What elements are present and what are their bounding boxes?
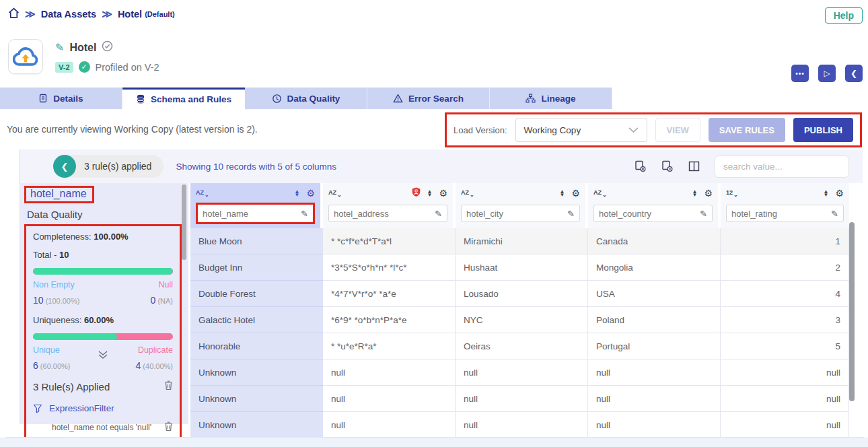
sort-icon[interactable]: ▲▼ [560,190,565,197]
table-cell[interactable]: 3 [721,307,849,333]
publish-button[interactable]: PUBLISH [793,118,853,142]
breadcrumb-separator-icon: ≫ [102,8,112,20]
column-name-input-hotel-rating[interactable]: hotel_rating ✎ [726,205,844,222]
table-cell[interactable]: *4*7*V*r*o* *a*e [323,281,456,307]
tab-error-search[interactable]: Error Search [367,88,490,109]
column-settings-icon[interactable]: ⚙ [306,188,315,199]
table-cell[interactable]: Oeiras [456,333,588,359]
table-cell[interactable]: 2 [721,254,849,281]
remove-record-icon[interactable] [661,160,674,172]
table-cell[interactable]: null [588,359,721,386]
edit-column-icon[interactable]: ✎ [700,209,707,219]
table-cell[interactable]: null [323,359,456,386]
edit-asset-icon[interactable]: ✎ [55,41,64,54]
column-name-input-hotel-country[interactable]: hotel_country ✎ [593,205,713,222]
edit-column-icon[interactable]: ✎ [435,209,442,219]
rule-item[interactable]: ExpressionFilter [33,403,173,413]
table-cell[interactable]: null [323,412,456,438]
tab-details[interactable]: Details [0,88,122,109]
table-cell[interactable]: Portugal [588,333,721,359]
table-cell[interactable]: 4 [721,281,849,307]
column-view-icon[interactable] [688,161,700,172]
table-cell[interactable]: NYC [456,307,588,333]
table-cell[interactable]: 1 [721,228,849,254]
status-check-icon [102,40,113,55]
load-version-select[interactable]: Working Copy [515,118,647,142]
tab-lineage[interactable]: Lineage [490,88,612,109]
table-cell[interactable]: null [721,386,849,412]
sort-icon[interactable]: ▲▼ [692,190,698,197]
panel-divider [19,183,20,424]
table-cell[interactable]: 5 [721,333,849,359]
collapse-panel-button[interactable]: ❮ [845,65,863,82]
table-cell[interactable]: Blue Moon [190,228,323,254]
run-profile-button[interactable]: ▷ [818,65,836,82]
more-actions-button[interactable]: ••• [791,65,809,82]
history-clock-icon [272,94,282,104]
table-cell[interactable]: * *u*e*R*a* [323,333,456,359]
table-cell[interactable]: null [588,386,721,412]
table-cell[interactable]: Galactic Hotel [190,307,323,333]
sort-icon[interactable]: ▲▼ [824,190,829,197]
tab-bar: Details Schema and Rules Data Quality Er… [0,88,868,109]
working-copy-notice: You are currently viewing Working Copy (… [7,124,258,135]
unique-count: 6 (60.00%) [33,360,71,371]
table-cell[interactable]: null [323,386,456,412]
search-value-input[interactable] [715,156,849,178]
table-cell[interactable]: Hushaat [456,254,588,281]
add-record-icon[interactable] [635,160,647,172]
column-settings-icon[interactable]: ⚙ [835,188,844,199]
delete-rule-icon[interactable] [164,421,173,434]
table-cell[interactable]: Honorable [190,333,323,359]
table-cell[interactable]: Budget Inn [190,254,323,281]
delete-all-rules-icon[interactable] [164,380,173,392]
breadcrumb-data-assets[interactable]: Data Assets [41,9,96,20]
sort-icon[interactable]: ▲▼ [427,190,433,197]
table-cell[interactable]: Miramichi [456,228,588,254]
table-cell[interactable]: Unknown [190,359,323,386]
column-settings-icon[interactable]: ⚙ [571,188,580,199]
view-button[interactable]: VIEW [655,118,700,142]
table-cell[interactable]: Mongolia [588,254,721,281]
table-cell[interactable]: null [456,412,588,438]
column-name-input-hotel-address[interactable]: hotel_address ✎ [328,205,447,222]
breadcrumb-asset[interactable]: Hotel [118,9,142,20]
column-name-input-hotel-city[interactable]: hotel_city ✎ [461,205,580,222]
column-name-input-hotel-name[interactable]: hotel_name ✎ [198,205,313,222]
tab-data-quality[interactable]: Data Quality [245,88,367,109]
table-scrollbar[interactable] [849,222,855,401]
collapse-rules-icon[interactable]: ❮ [53,155,76,178]
table-cell[interactable]: Unknown [190,412,323,438]
table-cell[interactable]: null [456,359,588,386]
home-icon[interactable] [8,7,20,21]
rules-applied-pill[interactable]: ❮ 3 rule(s) applied [53,155,164,178]
table-cell[interactable]: USA [588,281,721,307]
table-cell[interactable]: *3*5*S*o*h*n* *l*c* [323,254,456,281]
edit-column-icon[interactable]: ✎ [567,209,575,219]
table-cell[interactable]: Double Forest [190,281,323,307]
table-cell[interactable]: null [721,359,849,386]
table-cell[interactable]: Lousado [456,281,588,307]
asset-header: ✎ Hotel V-2 ✓ Profiled on V-2 ••• ▷ ❮ [0,30,868,88]
rule-shield-icon[interactable] [412,187,421,200]
table-cell[interactable]: Poland [588,307,721,333]
edit-column-icon[interactable]: ✎ [301,209,308,219]
table-cell[interactable]: null [588,412,721,438]
edit-column-icon[interactable]: ✎ [831,209,838,219]
help-button[interactable]: Help [825,7,863,24]
table-cell[interactable]: null [721,412,849,438]
column-settings-icon[interactable]: ⚙ [704,188,713,199]
table-cell[interactable]: * *c*f*e*d*T*a*l [323,228,456,254]
table-cell[interactable]: Unknown [190,386,323,412]
tab-schema-and-rules[interactable]: Schema and Rules [122,88,245,109]
sort-icon[interactable]: ▲▼ [295,190,300,197]
panel-column-name: hotel_name [30,188,87,199]
save-rules-button[interactable]: SAVE RULES [709,118,785,142]
expand-more-icon[interactable] [98,351,108,362]
null-count: 0 (NA) [151,295,173,306]
column-settings-icon[interactable]: ⚙ [439,188,447,199]
table-cell[interactable]: null [456,386,588,412]
panel-scrollbar[interactable] [182,184,186,260]
table-cell[interactable]: *6*9* *o*b*n*P*a*e [323,307,456,333]
table-cell[interactable]: Canada [588,228,721,254]
